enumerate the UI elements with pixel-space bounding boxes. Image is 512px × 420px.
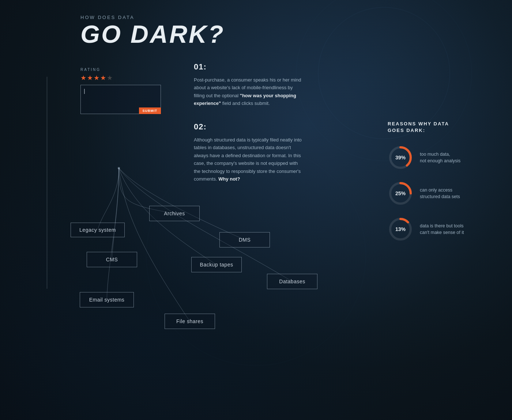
step-2-text: Although structured data is typically fi… — [194, 136, 304, 183]
header-title: GO DARK? — [80, 22, 225, 46]
page-wrapper: HOW DOES DATA GO DARK? RATING ★ ★ ★ ★ ★ … — [0, 0, 512, 420]
reason-item-1: 39% too much data,not enough analysis — [388, 145, 483, 170]
step-1-number: 01: — [194, 62, 304, 72]
reason-text-3: data is there but toolscan't make sense … — [420, 223, 464, 237]
reason-item-2: 25% can only accessstructured data sets — [388, 181, 483, 206]
step-2: 02: Although structured data is typicall… — [194, 122, 304, 183]
star-2[interactable]: ★ — [87, 74, 93, 82]
reasons-title: REASONS WHY DATAGOES DARK: — [388, 121, 483, 134]
star-4[interactable]: ★ — [100, 74, 106, 82]
rating-label: RATING — [80, 68, 161, 72]
submit-button[interactable]: SUBMIT — [139, 107, 161, 114]
donut-label-2: 25% — [388, 181, 413, 206]
reason-text-1: too much data,not enough analysis — [420, 151, 460, 165]
backup-tapes-label: Backup tapes — [200, 262, 233, 268]
svg-point-0 — [318, 7, 450, 139]
donut-chart-3: 13% — [388, 216, 413, 242]
donut-label-1: 39% — [388, 145, 413, 170]
dms-box: DMS — [219, 232, 270, 247]
dms-label: DMS — [239, 237, 251, 243]
email-systems-box: Email systems — [80, 292, 134, 307]
donut-label-3: 13% — [388, 216, 413, 242]
steps-section: 01: Post-purchase, a consumer speaks his… — [194, 62, 304, 197]
legacy-system-label: Legacy system — [79, 227, 116, 233]
cms-box: CMS — [87, 252, 137, 267]
step-2-number: 02: — [194, 122, 304, 132]
donut-chart-1: 39% — [388, 145, 413, 170]
archives-label: Archives — [164, 211, 185, 216]
star-3[interactable]: ★ — [94, 74, 99, 82]
cms-label: CMS — [106, 257, 118, 262]
email-systems-label: Email systems — [89, 297, 125, 303]
star-5[interactable]: ★ — [107, 74, 113, 82]
reasons-panel: REASONS WHY DATAGOES DARK: 39% too much … — [388, 121, 483, 252]
rating-stars[interactable]: ★ ★ ★ ★ ★ — [80, 74, 161, 82]
step-1: 01: Post-purchase, a consumer speaks his… — [194, 62, 304, 107]
vertical-line — [47, 77, 47, 289]
legacy-system-box: Legacy system — [71, 223, 125, 237]
file-shares-label: File shares — [176, 318, 203, 324]
step-1-text: Post-purchase, a consumer speaks his or … — [194, 76, 304, 107]
file-shares-box: File shares — [165, 314, 215, 329]
star-1[interactable]: ★ — [80, 74, 86, 82]
databases-label: Databases — [279, 279, 305, 284]
rating-widget: RATING ★ ★ ★ ★ ★ SUBMIT — [80, 68, 161, 114]
reason-item-3: 13% data is there but toolscan't make se… — [388, 216, 483, 242]
header-subtitle: HOW DOES DATA — [80, 15, 225, 20]
reason-text-2: can only accessstructured data sets — [420, 187, 460, 201]
rating-text-box: SUBMIT — [80, 85, 161, 114]
donut-chart-2: 25% — [388, 181, 413, 206]
svg-point-9 — [118, 167, 120, 169]
databases-box: Databases — [267, 274, 317, 289]
archives-box: Archives — [149, 206, 200, 221]
backup-tapes-box: Backup tapes — [191, 257, 242, 272]
header: HOW DOES DATA GO DARK? — [80, 15, 225, 46]
